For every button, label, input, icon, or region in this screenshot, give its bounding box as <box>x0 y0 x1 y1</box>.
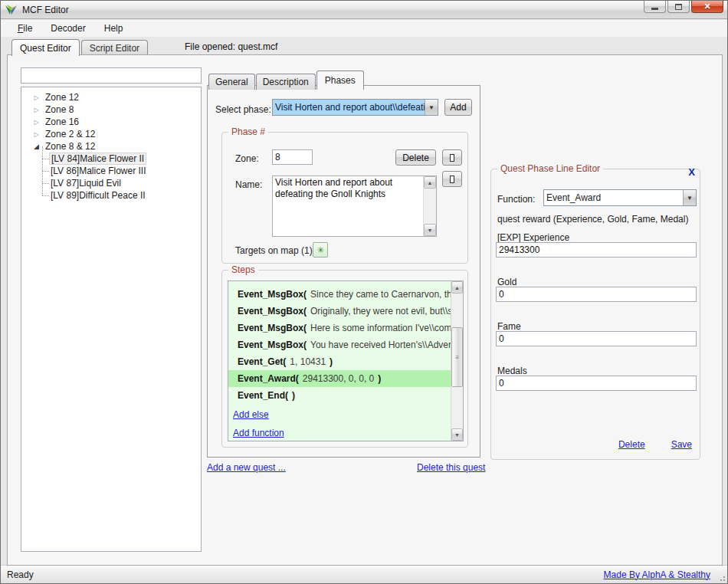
tree-item[interactable]: ▷Zone 16 <box>21 116 201 128</box>
menu-help[interactable]: Help <box>97 21 131 35</box>
targets-on-map-label: Targets on map (1) <box>235 245 313 256</box>
tree-item-label: Zone 12 <box>44 92 80 103</box>
add-phase-button[interactable]: Add <box>444 99 472 116</box>
tree-item[interactable]: ◢Zone 8 & 12 <box>21 140 201 153</box>
credit-link[interactable]: Made By AlphA & Stealthy <box>604 569 710 580</box>
function-label: Function: <box>497 194 535 205</box>
add-else-link[interactable]: Add else <box>233 409 269 420</box>
move-down-icon <box>450 176 454 183</box>
step-row[interactable]: Event_Award(29413300, 0, 0, 0) <box>228 370 451 387</box>
tab-description[interactable]: Description <box>256 74 316 90</box>
minimize-button[interactable] <box>644 1 666 13</box>
expand-icon[interactable]: ▷ <box>32 131 41 138</box>
expand-icon[interactable]: ▷ <box>32 119 41 126</box>
medals-input[interactable] <box>496 376 697 391</box>
close-button[interactable]: ✕ <box>691 1 723 13</box>
phase-groupbox: Phase # Zone: Delete Name: Visit Horten … <box>221 132 468 264</box>
step-function-name: Event_MsgBox( <box>238 289 307 300</box>
steps-scrollbar[interactable]: ▲ ≡ ▼ <box>451 281 463 441</box>
zone-input[interactable] <box>272 149 313 165</box>
collapse-icon[interactable]: ◢ <box>32 143 41 150</box>
tree-item[interactable]: ▷Zone 8 <box>21 103 201 116</box>
maximize-button[interactable] <box>667 1 690 13</box>
delete-phase-button[interactable]: Delete <box>395 149 436 166</box>
gold-input[interactable] <box>496 287 697 302</box>
add-function-link[interactable]: Add function <box>233 428 284 438</box>
scroll-down-icon[interactable]: ▼ <box>424 224 436 236</box>
step-arguments: 1, 10431 <box>290 356 326 367</box>
maximize-icon <box>675 4 682 10</box>
gold-label: Gold <box>497 277 516 287</box>
tab-script-editor[interactable]: Script Editor <box>81 40 148 56</box>
step-close-bracket: ) <box>378 373 381 384</box>
steps-groupbox-title: Steps <box>228 264 258 275</box>
step-function-name: Event_MsgBox( <box>238 340 307 350</box>
tree-item[interactable]: [LV 87]Liquid Evil <box>21 177 201 189</box>
chevron-down-icon[interactable]: ▼ <box>425 100 438 115</box>
tree-item-label: [LV 86]Malice Flower III <box>49 166 148 176</box>
step-function-name: Event_Get( <box>238 356 286 367</box>
move-up-icon <box>450 154 454 162</box>
tree-item-label: [LV 84]Malice Flower II <box>49 153 146 165</box>
expand-icon[interactable]: ▷ <box>32 94 41 101</box>
scroll-up-icon[interactable]: ▲ <box>424 176 436 189</box>
step-row[interactable]: Event_MsgBox(Here is some information I'… <box>228 320 451 336</box>
tree-item-label: Zone 8 <box>44 104 75 115</box>
status-text: Ready <box>7 569 34 580</box>
quest-tree: ▷Zone 12▷Zone 8▷Zone 16▷Zone 2 & 12◢Zone… <box>21 87 202 552</box>
step-arguments: Since they came to Caernarvon, the <box>310 289 451 300</box>
phase-select-combobox[interactable]: Visit Horten and report about\\defeating… <box>272 99 438 116</box>
function-combobox[interactable]: Event_Award ▼ <box>543 189 697 206</box>
tab-general[interactable]: General <box>208 74 255 90</box>
menu-file[interactable]: File <box>10 21 40 35</box>
experience-input[interactable] <box>496 242 697 258</box>
delete-this-quest-link[interactable]: Delete this quest <box>417 462 485 473</box>
phase-name-scrollbar[interactable]: ▲ ▼ <box>423 176 436 236</box>
expand-icon[interactable]: ▷ <box>32 107 41 113</box>
scroll-up-icon[interactable]: ▲ <box>451 281 463 294</box>
tree-item[interactable]: ▷Zone 2 & 12 <box>21 128 201 140</box>
minimize-icon <box>651 8 658 10</box>
tab-phases[interactable]: Phases <box>316 71 364 90</box>
scroll-down-icon[interactable]: ▼ <box>451 428 463 441</box>
phase-tab-strip: General Description Phases <box>208 70 365 89</box>
fame-label: Fame <box>497 321 521 332</box>
experience-label: [EXP] Experience <box>497 232 569 243</box>
resize-grip[interactable] <box>718 574 726 582</box>
tree-item[interactable]: [LV 84]Malice Flower II <box>21 153 201 165</box>
step-function-name: Event_End( <box>238 390 288 401</box>
tree-item-label: [LV 89]Difficult Peace II <box>49 190 147 201</box>
main-tab-strip: Quest Editor Script Editor File opened: … <box>1 37 727 55</box>
step-row[interactable]: Event_MsgBox(Originally, they were not e… <box>228 303 451 320</box>
name-label: Name: <box>235 179 262 190</box>
fame-input[interactable] <box>496 331 697 346</box>
function-description: quest reward (Experience, Gold, Fame, Me… <box>497 214 688 225</box>
move-phase-up-button[interactable] <box>442 149 462 166</box>
zone-label: Zone: <box>235 153 259 164</box>
move-phase-down-button[interactable] <box>442 171 462 187</box>
chevron-down-icon[interactable]: ▼ <box>683 190 696 205</box>
file-opened-label: File opened: quest.mcf <box>185 41 277 52</box>
phase-groupbox-title: Phase # <box>228 126 268 137</box>
quest-search-input[interactable] <box>21 67 202 84</box>
step-row[interactable]: Event_End() <box>228 387 451 404</box>
tab-quest-editor[interactable]: Quest Editor <box>11 39 80 56</box>
scrollbar-thumb[interactable]: ≡ <box>451 327 463 387</box>
phase-name-field: Visit Horten and report about defeating … <box>272 176 437 237</box>
show-targets-button[interactable]: ✳ <box>313 242 328 258</box>
tree-item[interactable]: [LV 89]Difficult Peace II <box>21 189 201 202</box>
tree-item[interactable]: ▷Zone 12 <box>21 91 201 103</box>
add-new-quest-link[interactable]: Add a new quest ... <box>207 462 286 473</box>
step-row[interactable]: Event_MsgBox(Since they came to Caernarv… <box>228 286 451 303</box>
line-editor-delete-link[interactable]: Delete <box>618 439 645 450</box>
tree-item[interactable]: [LV 86]Malice Flower III <box>21 165 201 177</box>
step-arguments: 29413300, 0, 0, 0 <box>303 373 374 384</box>
tree-item-label: Zone 2 & 12 <box>44 129 97 139</box>
tree-item-label: [LV 87]Liquid Evil <box>49 178 123 189</box>
phase-name-input[interactable]: Visit Horten and report about defeating … <box>273 176 423 236</box>
step-row[interactable]: Event_Get(1, 10431) <box>228 353 451 370</box>
step-row[interactable]: Event_MsgBox(You have received Horten's\… <box>228 336 451 353</box>
line-editor-save-link[interactable]: Save <box>671 439 692 450</box>
close-line-editor-icon[interactable]: X <box>688 166 695 178</box>
menu-decoder[interactable]: Decoder <box>43 21 93 35</box>
